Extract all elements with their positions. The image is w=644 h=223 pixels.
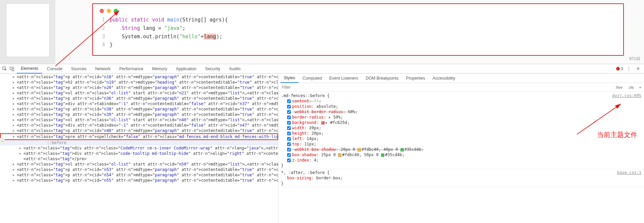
element-node[interactable]: ▶<attr-n">class="tag">p attr-n">cid="n55…	[0, 178, 278, 183]
line-number: 3	[100, 33, 110, 41]
code-text[interactable]: public static void main(String[] agrs){	[110, 16, 228, 24]
styles-tab-event-listeners[interactable]: Event Listeners	[326, 74, 362, 83]
elements-panel[interactable]: … ▶<attr-n">class="tag">p attr-n">cid="n…	[0, 74, 278, 223]
element-node[interactable]: ▶<attr-n">class="tag">p attr-n">cid="n53…	[0, 167, 278, 172]
element-node[interactable]: ▶<attr-n">class="tag">p attr-n">cid="n54…	[0, 172, 278, 178]
element-node[interactable]: ▼<attr-n">class="tag">pre attr-n">spellc…	[0, 133, 278, 140]
css-rule[interactable]: *, :after, :before {base.css:1box-sizing…	[278, 169, 644, 187]
element-node[interactable]: ▶<attr-n">class="tag">p attr-n">cid="n20…	[0, 85, 278, 90]
element-node[interactable]: ▶<attr-n">class="tag">p attr-n">cid="n39…	[0, 112, 278, 117]
element-node[interactable]: ▶<attr-n">class="tag">p attr-n">cid="n38…	[0, 106, 278, 112]
page-thumbnail[interactable]	[6, 3, 50, 57]
css-property[interactable]: background: ▸ #fc625d;	[281, 120, 641, 125]
devtools-tab-network[interactable]: Network	[91, 64, 115, 73]
element-node[interactable]: <attr-n">class="tag">/pre>	[0, 156, 278, 162]
css-prop-toggle[interactable]	[287, 116, 291, 119]
css-source-link[interactable]: base.css:1	[617, 170, 641, 175]
css-prop-toggle[interactable]	[287, 132, 291, 135]
css-prop-toggle[interactable]	[287, 148, 291, 151]
styles-tab-accessibility[interactable]: Accessibility	[429, 74, 459, 83]
styles-tab-styles[interactable]: Styles	[280, 74, 299, 83]
element-node[interactable]: ::before	[0, 140, 278, 145]
code-line[interactable]: 3 System.out.println("hello"+lang);	[100, 33, 616, 41]
css-prop-toggle[interactable]	[287, 105, 291, 108]
code-line[interactable]: 1public static void main(String[] agrs){	[100, 16, 616, 24]
device-toggle-icon[interactable]	[9, 66, 15, 72]
devtools-tab-performance[interactable]: Performance	[115, 64, 148, 73]
styles-tab-dom-breakpoints[interactable]: DOM Breakpoints	[362, 74, 402, 83]
cls-toggle[interactable]: .cls	[625, 85, 636, 89]
line-number: 4	[100, 41, 110, 49]
element-node[interactable]: ▶<attr-n">class="tag">p attr-n">cid="n48…	[0, 128, 278, 133]
element-node[interactable]: ▶<attr-n">class="tag">div attr-n">tabind…	[0, 123, 278, 128]
css-prop-toggle[interactable]	[287, 110, 291, 114]
svg-rect-3	[12, 68, 14, 71]
css-property[interactable]: -webkit-box-shadow: 20px 0 #fdbc40, 40px…	[281, 147, 641, 152]
code-text[interactable]: System.out.println("hello"+lang);	[110, 33, 222, 41]
css-prop-toggle[interactable]	[287, 121, 291, 125]
css-rule-close: }	[281, 181, 641, 186]
css-property[interactable]: border-radius: ▸ 50%;	[281, 115, 641, 120]
code-text[interactable]: }	[110, 41, 113, 49]
nav-back-icon[interactable]: 〈	[60, 55, 65, 61]
element-node[interactable]: ▶<attr-n">class="tag">p attr-n">cid="n36…	[0, 96, 278, 101]
devtools-tab-application[interactable]: Application	[172, 64, 200, 73]
css-selector[interactable]: .md-fences::before {	[281, 93, 330, 98]
css-property[interactable]: top: 11px;	[281, 141, 641, 147]
hov-toggle[interactable]: :hov	[612, 85, 625, 89]
inspect-icon[interactable]	[2, 66, 7, 72]
element-node[interactable]: ▶<attr-n">class="tag">div attr-n">tabind…	[0, 101, 278, 106]
devtools-tab-console[interactable]: Console	[43, 64, 66, 73]
traffic-green-icon	[114, 9, 118, 13]
code-fence[interactable]: 1public static void main(String[] agrs){…	[92, 3, 624, 56]
element-node[interactable]: ▶<attr-n">class="tag">p attr-n">cid="n18…	[0, 74, 278, 80]
devtools-close-icon[interactable]: ✕	[635, 66, 641, 72]
element-node[interactable]: ▶<attr-n">class="tag">div attr-n">class=…	[0, 151, 278, 156]
element-node[interactable]: ▶<attr-n">class="tag">div attr-n">class=…	[0, 145, 278, 151]
devtools-tab-audits[interactable]: Audits	[225, 64, 245, 73]
styles-filter-input[interactable]	[278, 85, 612, 90]
styles-rules[interactable]: 当前主题文件 .md-fences::before {dyzj.css:695c…	[278, 92, 644, 223]
styles-tab-computed[interactable]: Computed	[299, 74, 325, 83]
editor-main: 〈 〉 1public static void main(String[] ag…	[55, 0, 644, 64]
css-prop-toggle[interactable]	[287, 126, 291, 130]
traffic-yellow-icon	[107, 9, 111, 13]
nav-forward-icon[interactable]: 〉	[69, 55, 73, 61]
styles-tab-properties[interactable]: Properties	[403, 74, 429, 83]
css-prop-toggle[interactable]	[287, 142, 291, 146]
css-source-link[interactable]: dyzj.css:695	[612, 93, 641, 98]
css-property[interactable]: -webkit-border-radius: 50%;	[281, 109, 641, 115]
thumbnail-sidebar	[0, 0, 55, 64]
element-node[interactable]: ▶<attr-n">class="tag">ol attr-n">class="…	[0, 117, 278, 123]
css-property[interactable]: left: 14px;	[281, 136, 641, 141]
error-badge[interactable]: 3	[616, 66, 623, 71]
element-node[interactable]: ▶<attr-n">class="tag">ol attr-n">class="…	[0, 90, 278, 96]
code-block[interactable]: 1public static void main(String[] agrs){…	[100, 16, 616, 49]
element-node[interactable]: ▶<attr-n">class="tag">ol attr-n">class="…	[0, 162, 278, 167]
css-property[interactable]: width: 20px;	[281, 125, 641, 131]
new-rule-button[interactable]: +	[636, 85, 644, 89]
traffic-lights	[100, 9, 616, 13]
code-line[interactable]: 4}	[100, 41, 616, 49]
devtools-menu-icon[interactable]: ⋮	[626, 66, 631, 72]
css-prop-toggle[interactable]	[287, 99, 291, 103]
css-property[interactable]: box-sizing: border-box;	[281, 175, 641, 181]
code-line[interactable]: 2 String lang = "java";	[100, 24, 616, 33]
css-rule[interactable]: .md-fences::before {dyzj.css:695content:…	[278, 92, 644, 169]
css-property[interactable]: height: 20px;	[281, 131, 641, 136]
nav-arrows: 〈 〉	[60, 55, 73, 61]
css-property[interactable]: content: '';	[281, 98, 641, 104]
css-property[interactable]: z-index: 4;	[281, 158, 641, 163]
css-selector[interactable]: *, :after, :before {	[281, 170, 330, 175]
css-property[interactable]: position: absolute;	[281, 104, 641, 109]
devtools-tab-elements[interactable]: Elements	[17, 64, 42, 74]
devtools-tab-sources[interactable]: Sources	[67, 64, 91, 73]
css-prop-toggle[interactable]	[287, 153, 291, 157]
devtools-tab-security[interactable]: Security	[201, 64, 224, 73]
css-prop-toggle[interactable]	[287, 137, 291, 141]
element-node[interactable]: ▶<attr-n">class="tag">h2 attr-n">cid="n1…	[0, 80, 278, 85]
devtools-tab-memory[interactable]: Memory	[148, 64, 171, 73]
css-prop-toggle[interactable]	[287, 159, 291, 162]
css-property[interactable]: box-shadow: 25px 0 #fdbc40, 50px 0 #35cd…	[281, 152, 641, 158]
code-text[interactable]: String lang = "java";	[110, 24, 185, 33]
